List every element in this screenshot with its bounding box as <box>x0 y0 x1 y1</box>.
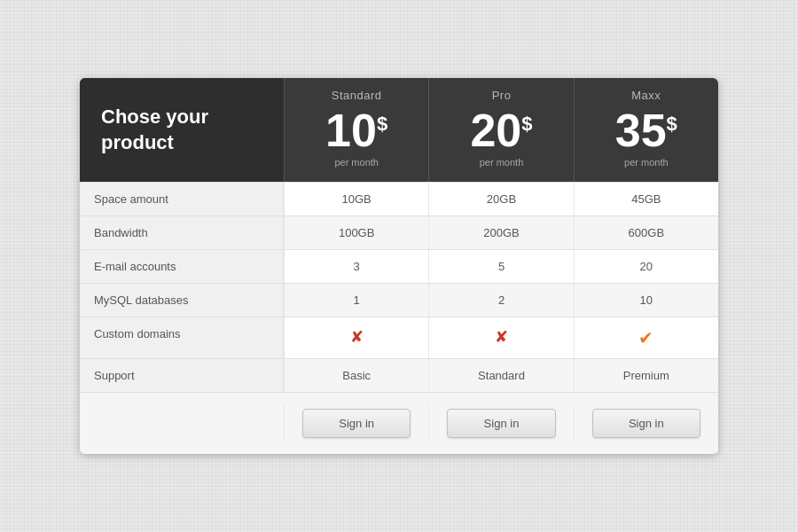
feature-value: 1 <box>284 284 428 317</box>
feature-value: ✔ <box>574 317 718 358</box>
plan-price-maxx: 35 <box>615 107 667 153</box>
feature-row: Custom domains✘✘✔ <box>80 317 718 358</box>
feature-row: E-mail accounts3520 <box>80 249 718 283</box>
pricing-table: Chose yourproduct Standard 10 $ per mont… <box>80 78 718 454</box>
title-cell: Chose yourproduct <box>80 78 284 182</box>
feature-rows: Space amount10GB20GB45GBBandwidth100GB20… <box>80 182 718 392</box>
feature-row: Space amount10GB20GB45GB <box>80 182 718 215</box>
action-row: Sign in Sign in Sign in <box>80 392 718 454</box>
feature-value: 3 <box>284 250 428 283</box>
plan-currency-maxx: $ <box>667 113 677 136</box>
feature-value: 10GB <box>284 183 428 215</box>
plan-header-standard: Standard 10 $ per month <box>284 78 428 182</box>
plan-name-pro: Pro <box>438 89 564 102</box>
feature-value: 600GB <box>574 216 718 249</box>
plan-name-maxx: Maxx <box>583 89 709 102</box>
sign-in-button-pro[interactable]: Sign in <box>447 409 555 438</box>
feature-value: ✘ <box>428 317 573 358</box>
feature-value: 20 <box>574 250 718 283</box>
feature-label: Space amount <box>80 183 284 215</box>
feature-label: MySQL databases <box>80 284 284 317</box>
action-cell-pro: Sign in <box>428 405 573 442</box>
page-title: Chose yourproduct <box>101 105 208 155</box>
header-row: Chose yourproduct Standard 10 $ per mont… <box>80 78 718 182</box>
feature-value: 10 <box>574 284 718 317</box>
check-icon: ✔ <box>638 327 653 348</box>
action-cell-standard: Sign in <box>284 405 428 442</box>
plan-price-standard: 10 <box>325 107 377 153</box>
plan-price-pro: 20 <box>470 107 521 153</box>
plan-header-maxx: Maxx 35 $ per month <box>574 78 718 182</box>
feature-value: 2 <box>428 284 573 317</box>
plan-period-standard: per month <box>293 157 419 168</box>
feature-value: Standard <box>428 359 573 392</box>
feature-label: Custom domains <box>80 317 284 358</box>
plan-price-container-pro: 20 $ <box>438 107 564 153</box>
plan-currency-standard: $ <box>377 113 387 136</box>
feature-label: Support <box>80 359 284 392</box>
action-empty <box>80 405 284 442</box>
feature-value: ✘ <box>284 317 428 358</box>
plan-name-standard: Standard <box>293 89 419 102</box>
plan-currency-pro: $ <box>521 113 532 136</box>
feature-value: 200GB <box>428 216 573 249</box>
sign-in-button-maxx[interactable]: Sign in <box>592 409 700 438</box>
feature-value: 5 <box>428 250 573 283</box>
plan-header-pro: Pro 20 $ per month <box>428 78 573 182</box>
feature-value: Premium <box>574 359 718 392</box>
plan-price-container-maxx: 35 $ <box>583 107 709 153</box>
feature-value: 45GB <box>574 183 718 215</box>
x-icon: ✘ <box>350 327 364 347</box>
sign-in-button-standard[interactable]: Sign in <box>302 409 411 438</box>
feature-row: MySQL databases1210 <box>80 283 718 317</box>
feature-label: E-mail accounts <box>80 250 284 283</box>
feature-value: 20GB <box>428 183 573 215</box>
feature-label: Bandwidth <box>80 216 284 249</box>
plan-period-maxx: per month <box>583 157 709 168</box>
plan-price-container-standard: 10 $ <box>293 107 419 153</box>
action-cell-maxx: Sign in <box>574 405 718 442</box>
feature-value: Basic <box>284 359 428 392</box>
feature-row: Bandwidth100GB200GB600GB <box>80 215 718 249</box>
x-icon: ✘ <box>495 327 508 347</box>
feature-row: SupportBasicStandardPremium <box>80 358 718 392</box>
feature-value: 100GB <box>284 216 428 249</box>
plan-period-pro: per month <box>438 157 564 168</box>
